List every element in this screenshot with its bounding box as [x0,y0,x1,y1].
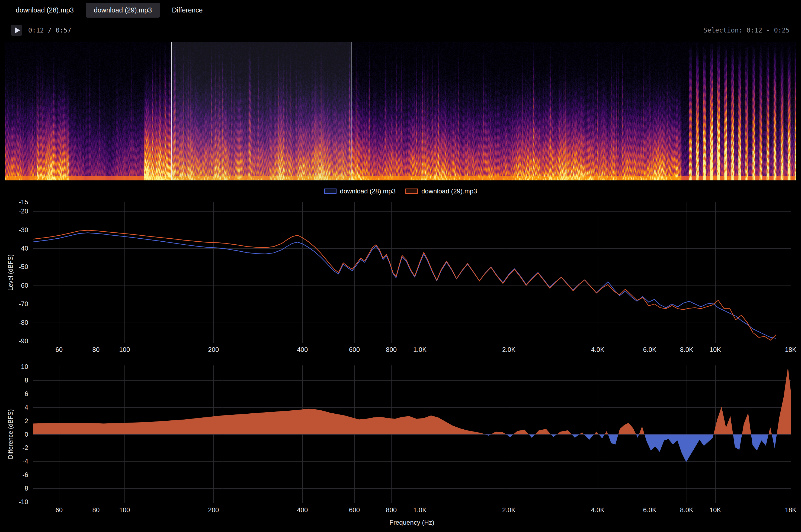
tab-download-28[interactable]: download (28).mp3 [7,3,82,18]
player-controls: 0:12 / 0:57 Selection: 0:12 - 0:25 [11,24,789,36]
y-tick-label: -6 [22,471,28,479]
x-tick-label: 100 [119,346,130,354]
legend-swatch-blue [324,189,336,194]
y-axis-tick-labels: 1086420-2-4-6-8-10 [0,365,28,531]
x-tick-label: 6.0K [643,506,656,514]
x-axis-tick-labels: 60801002004006008001.0K2.0K4.0K6.0K8.0K1… [33,346,791,354]
spectrogram-canvas[interactable] [5,42,796,180]
spectrum-chart-canvas [33,202,791,343]
difference-chart: Difference (dBFS) 1086420-2-4-6-8-10 608… [0,365,801,531]
x-tick-label: 6.0K [643,346,656,354]
x-tick-label: 18K [785,346,797,354]
y-tick-label: -70 [19,300,28,308]
playhead[interactable] [171,42,172,180]
spectrum-chart: Level (dBFS) -15-20-30-40-50-60-70-80-90… [0,202,801,362]
x-tick-label: 10K [710,346,721,354]
y-tick-label: -8 [22,484,28,492]
x-tick-label: 400 [297,346,308,354]
y-tick-label: 0 [25,431,28,438]
legend-swatch-orange [405,189,418,194]
x-tick-label: 600 [349,346,360,354]
y-tick-label: -50 [19,263,28,271]
x-axis-tick-labels: 60801002004006008001.0K2.0K4.0K6.0K8.0K1… [33,506,791,515]
x-tick-label: 800 [386,506,397,514]
x-tick-label: 18K [785,506,797,514]
x-tick-label: 600 [349,506,360,514]
x-tick-label: 4.0K [591,346,604,354]
spectrogram[interactable] [5,42,796,180]
x-tick-label: 4.0K [591,506,604,514]
x-tick-label: 60 [55,506,62,514]
x-tick-label: 1.0K [413,506,426,514]
y-tick-label: -4 [22,457,28,465]
y-tick-label: -90 [19,337,28,345]
y-tick-label: -2 [22,444,28,452]
x-tick-label: 10K [710,506,721,514]
y-axis-tick-labels: -15-20-30-40-50-60-70-80-90 [0,202,28,362]
y-tick-label: -10 [19,498,28,506]
x-tick-label: 800 [386,346,397,354]
x-tick-label: 200 [208,506,219,514]
tab-download-29[interactable]: download (29).mp3 [86,3,160,18]
selection-display: Selection: 0:12 - 0:25 [704,26,789,34]
x-tick-label: 2.0K [502,506,515,514]
x-tick-label: 80 [92,506,100,514]
y-tick-label: -60 [19,282,28,289]
y-tick-label: 8 [25,377,28,384]
x-axis-title-frequency: Frequency (Hz) [389,519,434,526]
y-tick-label: -30 [19,226,28,234]
x-tick-label: 8.0K [680,506,693,514]
difference-plot-area [33,365,791,503]
x-tick-label: 80 [92,346,100,354]
y-tick-label: 10 [21,363,28,370]
legend-label: download (28).mp3 [340,187,396,195]
x-tick-label: 8.0K [680,346,693,354]
tab-difference[interactable]: Difference [164,3,211,18]
legend-label: download (29).mp3 [421,187,477,195]
x-tick-label: 2.0K [502,346,515,354]
x-tick-label: 400 [297,506,308,514]
y-tick-label: -20 [19,208,28,215]
y-tick-label: -15 [19,198,28,206]
y-tick-label: 4 [25,404,28,411]
time-display: 0:12 / 0:57 [28,26,71,34]
legend-item-download-29[interactable]: download (29).mp3 [405,187,477,195]
chart-legend: download (28).mp3 download (29).mp3 [0,187,801,195]
x-tick-label: 100 [119,506,130,514]
difference-chart-canvas [33,365,791,503]
play-button[interactable] [11,25,22,36]
play-icon [15,27,20,34]
file-tabbar: download (28).mp3 download (29).mp3 Diff… [7,3,211,18]
y-tick-label: -40 [19,245,28,252]
selection-region[interactable] [172,42,352,180]
legend-item-download-28[interactable]: download (28).mp3 [324,187,396,195]
y-tick-label: 2 [25,417,28,425]
x-tick-label: 1.0K [413,346,426,354]
spectrum-plot-area [33,202,791,343]
x-tick-label: 200 [208,346,219,354]
x-tick-label: 60 [55,346,62,354]
y-tick-label: -80 [19,319,28,326]
y-tick-label: 6 [25,390,28,398]
